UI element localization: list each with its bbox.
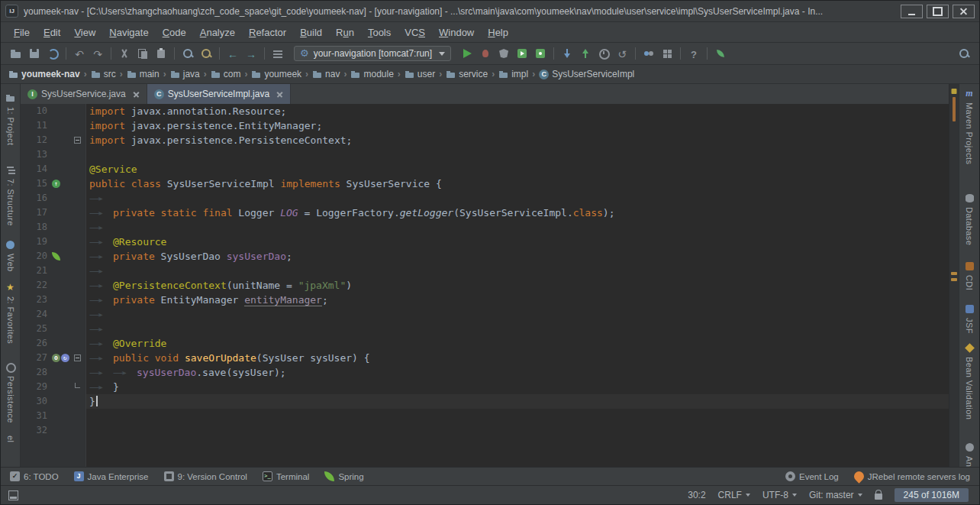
toolwindow-maven-projects[interactable]: Maven Projects xyxy=(965,89,975,164)
error-stripe-mark[interactable] xyxy=(951,272,957,275)
fold-minus-icon[interactable] xyxy=(74,137,81,144)
line-number[interactable]: 26 xyxy=(21,336,51,351)
breadcrumb-item-sysuserserviceimpl[interactable]: SysUserServiceImpl xyxy=(537,69,636,79)
breadcrumb-item-nav[interactable]: nav xyxy=(311,69,341,79)
code-text[interactable]: @Service xyxy=(86,162,949,176)
fold-end-icon[interactable] xyxy=(75,383,80,388)
line-number[interactable]: 29 xyxy=(21,380,51,394)
implements-gutter-icon[interactable] xyxy=(52,180,60,188)
close-tab-icon[interactable] xyxy=(133,91,140,98)
line-number[interactable]: 16 xyxy=(21,191,51,206)
menu-build[interactable]: Build xyxy=(293,22,329,43)
find-icon[interactable] xyxy=(182,47,194,60)
vcs-commit-icon[interactable] xyxy=(579,47,592,60)
menu-refactor[interactable]: Refactor xyxy=(242,22,293,43)
breadcrumb-item-src[interactable]: src xyxy=(89,69,118,79)
breadcrumb-item-youmeek-nav[interactable]: youmeek-nav xyxy=(7,69,82,79)
toolwindow-ant[interactable]: Ant xyxy=(965,442,975,470)
undo-icon[interactable] xyxy=(73,47,85,60)
close-button[interactable] xyxy=(953,5,975,18)
line-number[interactable]: 10 xyxy=(21,104,51,118)
line-number[interactable]: 27 xyxy=(21,351,51,365)
toolwindow-1-project[interactable]: 1: Project xyxy=(5,93,15,145)
code-text[interactable]: private SysUserDao sysUserDao; xyxy=(86,249,949,264)
line-number[interactable]: 24 xyxy=(21,307,51,322)
seedling-icon[interactable] xyxy=(714,47,727,60)
encoding-selector[interactable]: UTF-8 xyxy=(762,490,797,500)
coverage-icon[interactable] xyxy=(498,47,510,60)
forward-icon[interactable] xyxy=(245,47,257,60)
rollback-icon[interactable] xyxy=(616,47,628,60)
jrebel-gutter-icon[interactable] xyxy=(61,354,69,362)
line-number[interactable]: 21 xyxy=(21,264,51,278)
toolwindow-spring[interactable]: Spring xyxy=(324,471,363,481)
code-text[interactable] xyxy=(86,438,949,467)
redo-icon[interactable] xyxy=(92,47,104,60)
code-text[interactable]: public class SysUserServiceImpl implemen… xyxy=(86,176,949,191)
code-text[interactable]: @Override xyxy=(86,336,949,351)
editor-tab-sysuserservice-java[interactable]: SysUserService.java xyxy=(21,84,147,104)
back-icon[interactable] xyxy=(227,47,239,60)
toolwindow-event-log[interactable]: Event Log xyxy=(785,471,839,481)
open-icon[interactable] xyxy=(10,48,22,60)
toolwindow-java-enterprise[interactable]: Java Enterprise xyxy=(74,471,149,481)
menu-vcs[interactable]: VCS xyxy=(398,22,432,43)
line-number[interactable]: 32 xyxy=(21,423,51,438)
code-text[interactable]: import javax.persistence.EntityManager; xyxy=(86,118,949,133)
code-text[interactable]: import javax.annotation.Resource; xyxy=(86,104,949,118)
toolwindow-9-version-control[interactable]: 9: Version Control xyxy=(164,471,247,481)
line-number[interactable]: 28 xyxy=(21,365,51,380)
close-tab-icon[interactable] xyxy=(276,91,283,98)
override-gutter-icon[interactable] xyxy=(52,354,60,362)
breadcrumb-item-user[interactable]: user xyxy=(403,69,437,79)
code-text[interactable]: private static final Logger LOG = Logger… xyxy=(86,206,949,220)
code-text[interactable] xyxy=(86,220,949,235)
line-number[interactable]: 31 xyxy=(21,409,51,423)
line-ending-selector[interactable]: CRLF xyxy=(718,490,750,500)
help-icon[interactable] xyxy=(688,47,700,60)
bean-gutter-icon[interactable] xyxy=(52,252,60,261)
line-number[interactable]: 13 xyxy=(21,147,51,162)
line-number[interactable]: 11 xyxy=(21,118,51,133)
line-number[interactable]: 25 xyxy=(21,322,51,336)
line-number[interactable]: 14 xyxy=(21,162,51,176)
line-number[interactable]: 20 xyxy=(21,249,51,264)
editor-tab-sysuserserviceimpl-java[interactable]: SysUserServiceImpl.java xyxy=(147,84,291,104)
toolwindow-7-structure[interactable]: 7: Structure xyxy=(5,165,15,226)
line-number[interactable]: 19 xyxy=(21,235,51,249)
menu-tools[interactable]: Tools xyxy=(361,22,398,43)
error-stripe[interactable] xyxy=(949,84,959,467)
line-number[interactable]: 22 xyxy=(21,278,51,293)
code-text[interactable]: @Resource xyxy=(86,235,949,249)
line-number[interactable]: 18 xyxy=(21,220,51,235)
toolwindow-bean-validation[interactable]: Bean Validation xyxy=(965,343,975,419)
toolwindow-persistence[interactable]: Persistence xyxy=(5,362,15,423)
menu-code[interactable]: Code xyxy=(156,22,193,43)
toolwindow-jsf[interactable]: JSF xyxy=(965,304,975,334)
toolwindow-web[interactable]: Web xyxy=(5,240,15,272)
line-number[interactable]: 15 xyxy=(21,176,51,191)
menu-run[interactable]: Run xyxy=(329,22,361,43)
breadcrumb-item-impl[interactable]: impl xyxy=(497,69,530,79)
code-text[interactable] xyxy=(86,423,949,438)
menu-navigate[interactable]: Navigate xyxy=(102,22,155,43)
code-text[interactable]: } xyxy=(86,394,949,409)
breadcrumb-item-youmeek[interactable]: youmeek xyxy=(250,69,303,79)
caret-position[interactable]: 30:2 xyxy=(688,490,705,500)
jrebel-run-icon[interactable] xyxy=(516,47,528,60)
menu-file[interactable]: File xyxy=(7,22,37,43)
history-icon[interactable] xyxy=(598,47,610,60)
breadcrumb-item-module[interactable]: module xyxy=(349,69,395,79)
toolwindow-cdi[interactable]: CDI xyxy=(965,261,975,290)
line-number[interactable]: 30 xyxy=(21,394,51,409)
maximize-button[interactable] xyxy=(927,5,949,18)
line-number[interactable]: 17 xyxy=(21,206,51,220)
code-text[interactable] xyxy=(86,307,949,322)
run-configuration-select[interactable]: your-navigation [tomcat7:run] xyxy=(294,46,451,61)
error-stripe-mark[interactable] xyxy=(953,97,956,121)
toolwindow-jrebel-remote-servers-log[interactable]: JRebel remote servers log xyxy=(854,471,970,481)
minimize-button[interactable] xyxy=(901,5,923,18)
copy-icon[interactable] xyxy=(137,47,149,60)
fold-minus-icon[interactable] xyxy=(74,354,81,361)
breadcrumb-item-java[interactable]: java xyxy=(169,69,201,79)
